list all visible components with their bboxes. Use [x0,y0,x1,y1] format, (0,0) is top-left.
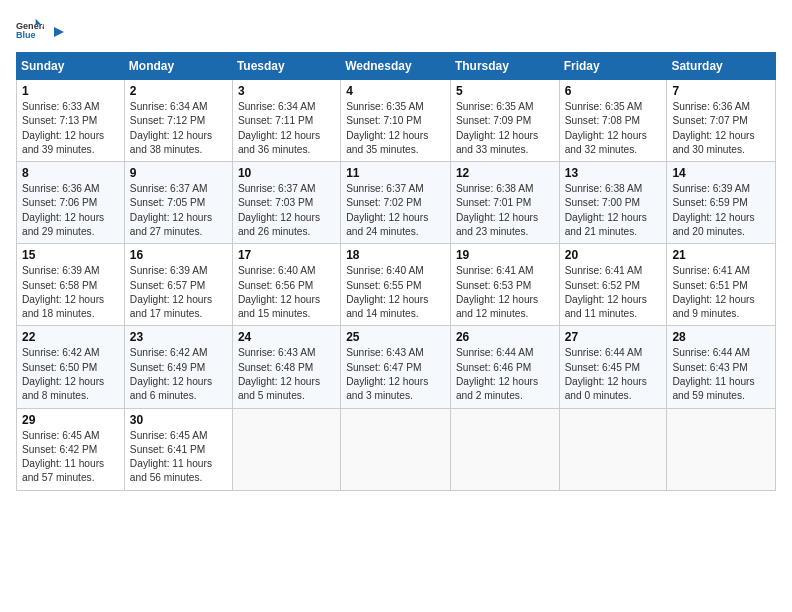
sunrise-time: 6:38 AM [605,183,642,194]
day-info: Sunrise: 6:37 AM Sunset: 7:03 PM Dayligh… [238,182,335,239]
daylight-label: Daylight: 12 hours and 23 minutes. [456,212,538,237]
daylight-label: Daylight: 12 hours and 35 minutes. [346,130,428,155]
sunset-time: 7:13 PM [59,115,97,126]
calendar-cell [450,408,559,490]
sunrise-label: Sunrise: [456,183,496,194]
day-info: Sunrise: 6:42 AM Sunset: 6:49 PM Dayligh… [130,346,227,403]
sunrise-label: Sunrise: [130,183,170,194]
daylight-label: Daylight: 12 hours and 29 minutes. [22,212,104,237]
daylight-label: Daylight: 12 hours and 26 minutes. [238,212,320,237]
day-info: Sunrise: 6:36 AM Sunset: 7:07 PM Dayligh… [672,100,770,157]
calendar-cell: 4 Sunrise: 6:35 AM Sunset: 7:10 PM Dayli… [341,80,451,162]
sunset-label: Sunset: [565,115,602,126]
daylight-label: Daylight: 12 hours and 8 minutes. [22,376,104,401]
calendar-cell: 5 Sunrise: 6:35 AM Sunset: 7:09 PM Dayli… [450,80,559,162]
day-info: Sunrise: 6:38 AM Sunset: 7:01 PM Dayligh… [456,182,554,239]
daylight-label: Daylight: 12 hours and 20 minutes. [672,212,754,237]
sunrise-time: 6:45 AM [170,430,207,441]
day-number: 26 [456,330,554,344]
calendar-cell: 1 Sunrise: 6:33 AM Sunset: 7:13 PM Dayli… [17,80,125,162]
calendar-cell: 2 Sunrise: 6:34 AM Sunset: 7:12 PM Dayli… [124,80,232,162]
day-info: Sunrise: 6:39 AM Sunset: 6:58 PM Dayligh… [22,264,119,321]
daylight-label: Daylight: 12 hours and 39 minutes. [22,130,104,155]
daylight-label: Daylight: 12 hours and 3 minutes. [346,376,428,401]
sunrise-time: 6:36 AM [62,183,99,194]
calendar-week-row: 29 Sunrise: 6:45 AM Sunset: 6:42 PM Dayl… [17,408,776,490]
sunset-time: 7:09 PM [493,115,531,126]
day-info: Sunrise: 6:38 AM Sunset: 7:00 PM Dayligh… [565,182,662,239]
sunrise-label: Sunrise: [565,101,605,112]
sunrise-label: Sunrise: [672,265,712,276]
daylight-label: Daylight: 12 hours and 32 minutes. [565,130,647,155]
calendar-body: 1 Sunrise: 6:33 AM Sunset: 7:13 PM Dayli… [17,80,776,491]
day-info: Sunrise: 6:43 AM Sunset: 6:48 PM Dayligh… [238,346,335,403]
sunrise-label: Sunrise: [456,347,496,358]
sunset-time: 6:46 PM [493,362,531,373]
logo-chevron-icon [50,23,68,41]
sunset-time: 6:42 PM [59,444,97,455]
sunset-time: 6:53 PM [493,280,531,291]
sunrise-time: 6:35 AM [496,101,533,112]
day-number: 5 [456,84,554,98]
day-number: 7 [672,84,770,98]
sunrise-time: 6:41 AM [713,265,750,276]
daylight-label: Daylight: 12 hours and 21 minutes. [565,212,647,237]
sunset-time: 7:02 PM [384,197,422,208]
daylight-label: Daylight: 12 hours and 0 minutes. [565,376,647,401]
sunrise-label: Sunrise: [346,265,386,276]
day-info: Sunrise: 6:40 AM Sunset: 6:55 PM Dayligh… [346,264,445,321]
sunrise-time: 6:44 AM [496,347,533,358]
sunset-time: 6:59 PM [710,197,748,208]
day-info: Sunrise: 6:41 AM Sunset: 6:52 PM Dayligh… [565,264,662,321]
day-number: 9 [130,166,227,180]
sunset-time: 7:06 PM [59,197,97,208]
sunrise-label: Sunrise: [130,265,170,276]
svg-text:Blue: Blue [16,30,36,40]
sunrise-label: Sunrise: [672,347,712,358]
daylight-label: Daylight: 12 hours and 38 minutes. [130,130,212,155]
day-number: 28 [672,330,770,344]
sunrise-time: 6:40 AM [278,265,315,276]
calendar-cell: 6 Sunrise: 6:35 AM Sunset: 7:08 PM Dayli… [559,80,667,162]
day-number: 16 [130,248,227,262]
day-info: Sunrise: 6:35 AM Sunset: 7:10 PM Dayligh… [346,100,445,157]
sunrise-label: Sunrise: [346,347,386,358]
sunset-label: Sunset: [456,115,493,126]
day-number: 27 [565,330,662,344]
sunrise-time: 6:39 AM [170,265,207,276]
sunset-label: Sunset: [672,115,709,126]
logo-icon: General Blue [16,16,44,44]
sunset-time: 6:58 PM [59,280,97,291]
sunset-label: Sunset: [238,197,275,208]
calendar-header-friday: Friday [559,53,667,80]
sunset-label: Sunset: [346,197,383,208]
sunrise-time: 6:33 AM [62,101,99,112]
day-info: Sunrise: 6:41 AM Sunset: 6:53 PM Dayligh… [456,264,554,321]
day-info: Sunrise: 6:44 AM Sunset: 6:45 PM Dayligh… [565,346,662,403]
sunrise-time: 6:44 AM [605,347,642,358]
day-number: 20 [565,248,662,262]
sunrise-time: 6:41 AM [496,265,533,276]
sunrise-label: Sunrise: [672,183,712,194]
sunrise-label: Sunrise: [22,265,62,276]
sunset-time: 7:03 PM [275,197,313,208]
sunset-label: Sunset: [22,280,59,291]
sunset-time: 6:45 PM [602,362,640,373]
calendar-cell: 12 Sunrise: 6:38 AM Sunset: 7:01 PM Dayl… [450,162,559,244]
sunset-label: Sunset: [346,362,383,373]
sunset-time: 7:12 PM [167,115,205,126]
daylight-label: Daylight: 12 hours and 15 minutes. [238,294,320,319]
sunrise-label: Sunrise: [346,101,386,112]
sunrise-time: 6:37 AM [170,183,207,194]
calendar-cell: 10 Sunrise: 6:37 AM Sunset: 7:03 PM Dayl… [232,162,340,244]
day-info: Sunrise: 6:42 AM Sunset: 6:50 PM Dayligh… [22,346,119,403]
calendar-week-row: 1 Sunrise: 6:33 AM Sunset: 7:13 PM Dayli… [17,80,776,162]
sunset-time: 6:43 PM [710,362,748,373]
sunset-label: Sunset: [456,197,493,208]
sunrise-time: 6:37 AM [386,183,423,194]
day-number: 14 [672,166,770,180]
day-number: 10 [238,166,335,180]
calendar-cell: 20 Sunrise: 6:41 AM Sunset: 6:52 PM Dayl… [559,244,667,326]
sunset-label: Sunset: [672,362,709,373]
calendar-header-tuesday: Tuesday [232,53,340,80]
